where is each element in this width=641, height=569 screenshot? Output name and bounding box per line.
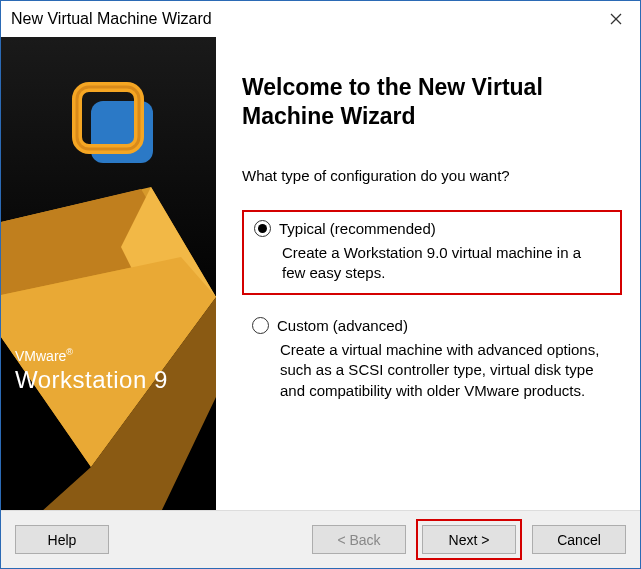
config-question: What type of configuration do you want?: [242, 167, 622, 184]
svg-rect-9: [77, 87, 139, 149]
product-name: Workstation 9: [15, 366, 168, 394]
wizard-footer: Help < Back Next > Cancel: [1, 510, 640, 568]
main-panel: Welcome to the New Virtual Machine Wizar…: [216, 37, 640, 510]
option-typical[interactable]: Typical (recommended) Create a Workstati…: [242, 210, 622, 296]
option-typical-desc: Create a Workstation 9.0 virtual machine…: [282, 243, 608, 284]
registered-mark: ®: [66, 347, 73, 357]
radio-typical[interactable]: [254, 220, 271, 237]
option-custom[interactable]: Custom (advanced) Create a virtual machi…: [242, 309, 622, 411]
help-button[interactable]: Help: [15, 525, 109, 554]
option-custom-desc: Create a virtual machine with advanced o…: [280, 340, 610, 401]
close-button[interactable]: [592, 1, 640, 37]
next-button-highlight: Next >: [416, 519, 522, 560]
option-custom-label: Custom (advanced): [277, 317, 408, 334]
option-typical-label: Typical (recommended): [279, 220, 436, 237]
radio-custom[interactable]: [252, 317, 269, 334]
sidebar-banner: VMware® Workstation 9: [1, 37, 216, 510]
close-icon: [610, 13, 622, 25]
page-title: Welcome to the New Virtual Machine Wizar…: [242, 73, 622, 131]
wizard-body: VMware® Workstation 9 Welcome to the New…: [1, 37, 640, 510]
vmware-logo-art: [1, 37, 216, 510]
window-title: New Virtual Machine Wizard: [11, 10, 592, 28]
product-branding: VMware® Workstation 9: [15, 347, 168, 394]
wizard-window: New Virtual Machine Wizard: [0, 0, 641, 569]
cancel-button[interactable]: Cancel: [532, 525, 626, 554]
titlebar: New Virtual Machine Wizard: [1, 1, 640, 37]
next-button[interactable]: Next >: [422, 525, 516, 554]
brand-name: VMware: [15, 348, 66, 364]
back-button: < Back: [312, 525, 406, 554]
